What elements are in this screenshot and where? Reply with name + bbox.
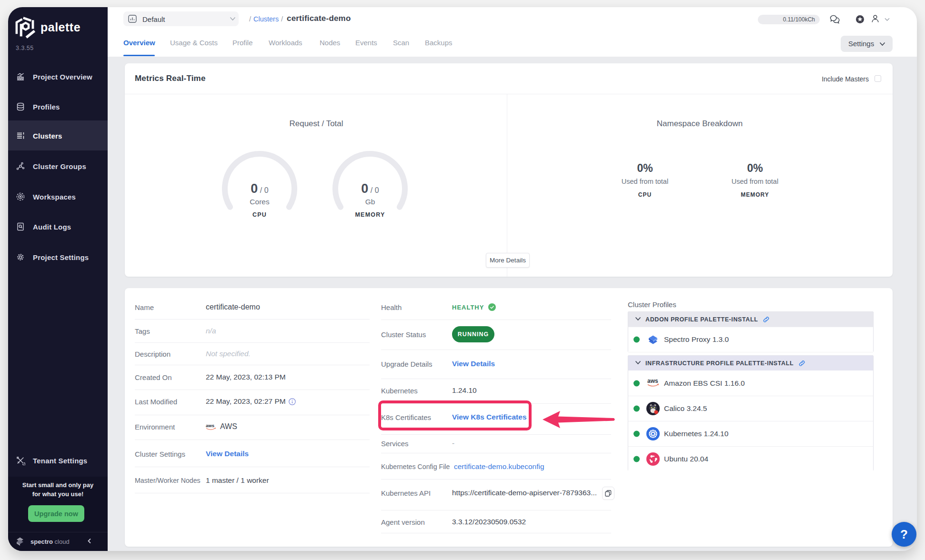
svg-text:aws: aws [206,423,214,428]
svg-text:aws: aws [647,378,658,384]
